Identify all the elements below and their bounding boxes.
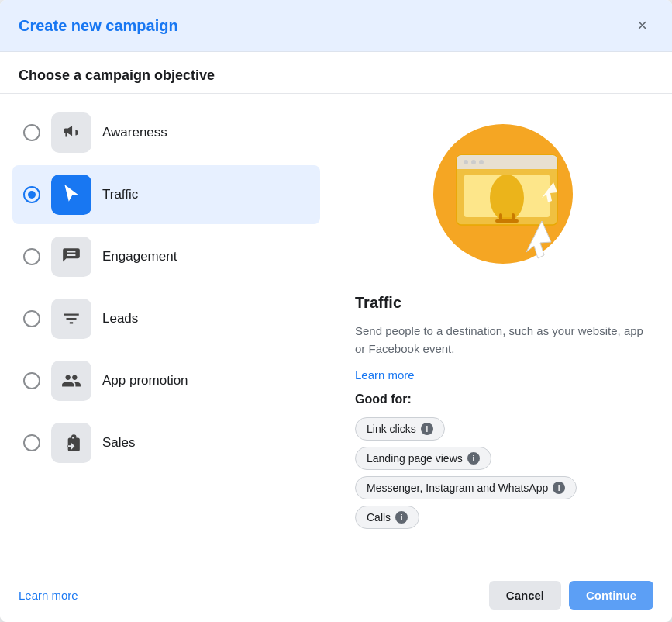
illustration-container (355, 112, 650, 283)
footer-learn-more-link[interactable]: Learn more (19, 589, 78, 602)
svg-rect-11 (495, 219, 519, 223)
funnel-icon (61, 309, 81, 329)
tag-messenger: Messenger, Instagram and WhatsApp i (355, 476, 577, 499)
app-promotion-icon-box (51, 361, 91, 401)
radio-leads (23, 310, 40, 327)
leads-label: Leads (102, 311, 138, 327)
radio-engagement (23, 248, 40, 265)
detail-panel: Traffic Send people to a destination, su… (333, 94, 672, 568)
radio-traffic (23, 186, 40, 203)
svg-point-4 (464, 160, 468, 164)
radio-app-promotion (23, 372, 40, 389)
campaign-modal: Create new campaign × Choose a campaign … (0, 0, 672, 622)
objective-leads[interactable]: Leads (12, 289, 320, 348)
cursor-icon (61, 185, 81, 205)
objective-awareness[interactable]: Awareness (12, 103, 320, 162)
engagement-icon-box (51, 237, 91, 277)
tag-info-icon-messenger[interactable]: i (553, 482, 565, 494)
svg-point-5 (471, 160, 476, 164)
megaphone-icon (61, 123, 81, 143)
tag-info-icon-landing[interactable]: i (467, 452, 480, 465)
radio-awareness (23, 124, 40, 141)
radio-sales (23, 434, 40, 451)
tag-link-clicks: Link clicks i (355, 417, 445, 441)
tags-container: Link clicks i Landing page views i Messe… (355, 417, 650, 529)
traffic-illustration (418, 120, 588, 275)
traffic-icon-box (51, 175, 91, 215)
objective-app-promotion[interactable]: App promotion (12, 351, 320, 410)
modal-header: Create new campaign × (0, 0, 672, 52)
tag-info-icon-calls[interactable]: i (395, 511, 408, 524)
svg-point-6 (479, 160, 484, 164)
modal-title: Create new campaign (19, 17, 178, 35)
cancel-button[interactable]: Cancel (489, 581, 561, 610)
detail-description: Send people to a destination, such as yo… (355, 323, 650, 358)
modal-footer: Learn more Cancel Continue (0, 568, 672, 622)
leads-icon-box (51, 299, 91, 339)
people-icon (61, 371, 81, 391)
footer-buttons: Cancel Continue (489, 581, 653, 610)
sales-label: Sales (102, 435, 136, 451)
objective-engagement[interactable]: Engagement (12, 227, 320, 286)
tag-landing-page-views: Landing page views i (355, 447, 491, 470)
good-for-title: Good for: (355, 392, 650, 406)
detail-learn-more-link[interactable]: Learn more (355, 368, 650, 382)
briefcase-icon (61, 433, 81, 453)
tag-info-icon-link-clicks[interactable]: i (421, 423, 433, 435)
modal-body: Awareness Traffic (0, 94, 672, 568)
objective-sales[interactable]: Sales (12, 413, 320, 472)
modal-subheader: Choose a campaign objective (0, 52, 672, 94)
app-promotion-label: App promotion (102, 373, 188, 389)
close-button[interactable]: × (631, 14, 653, 37)
continue-button[interactable]: Continue (569, 581, 653, 610)
objectives-list: Awareness Traffic (0, 94, 333, 568)
detail-title: Traffic (355, 294, 650, 312)
sales-icon-box (51, 423, 91, 463)
svg-rect-3 (457, 163, 557, 169)
engagement-label: Engagement (102, 249, 177, 264)
awareness-label: Awareness (102, 125, 167, 140)
chat-icon (61, 247, 81, 267)
traffic-label: Traffic (102, 187, 138, 202)
awareness-icon-box (51, 112, 91, 153)
objective-traffic[interactable]: Traffic (12, 165, 320, 224)
tag-calls: Calls i (355, 506, 419, 529)
svg-point-8 (490, 175, 524, 221)
